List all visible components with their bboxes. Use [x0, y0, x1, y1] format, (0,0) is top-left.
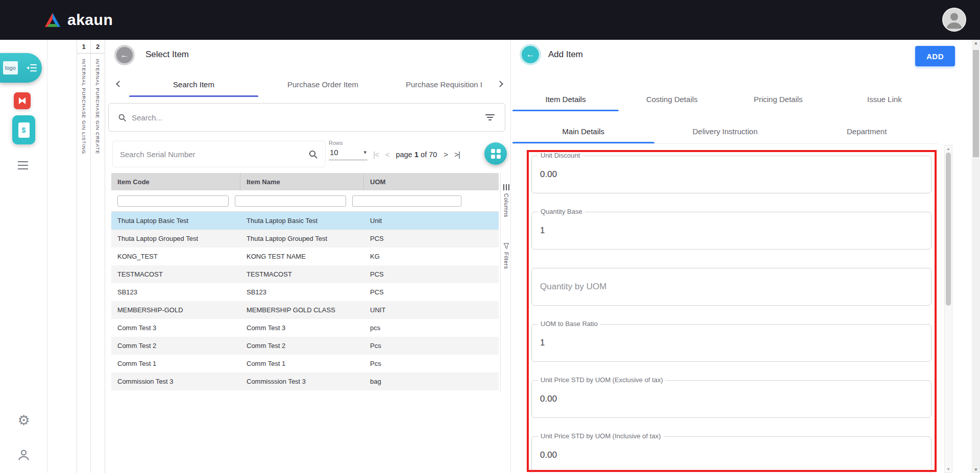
grid-icon	[491, 149, 501, 159]
invoice-app-icon[interactable]: $	[12, 115, 35, 144]
field-label: UOM to Base Ratio	[538, 320, 600, 328]
cell-item-name: Comm Test 3	[240, 319, 364, 337]
cell-item-code: Comm Test 2	[111, 337, 240, 355]
red-app-glyph	[17, 96, 27, 106]
search-input[interactable]	[132, 113, 485, 122]
field-label: Unit Discount	[538, 152, 582, 159]
workspace-tab-number: 2	[91, 40, 105, 54]
cell-item-name: KONG TEST NAME	[240, 247, 364, 265]
field-label: Quantity Base	[538, 208, 585, 215]
profile-icon[interactable]	[0, 448, 47, 464]
field-value: 0.00	[540, 450, 557, 460]
scroll-down-icon[interactable]: ▼	[972, 467, 980, 472]
column-header-item-code[interactable]: Item Code	[111, 173, 240, 190]
table-row[interactable]: Comm Test 3 Comm Test 3 pcs	[111, 319, 499, 337]
main-details-form: Unit Discount 0.00 Quantity Base 1 Quant…	[511, 40, 972, 473]
column-header-item-name[interactable]: Item Name	[240, 173, 364, 190]
field-value: 1	[540, 338, 545, 348]
table-row[interactable]: SB123 SB123 PCS	[111, 283, 499, 301]
filter-input-item-code[interactable]	[117, 195, 229, 207]
item-source-tab[interactable]: Search Item	[129, 71, 258, 97]
panel-title: Select Item	[145, 49, 189, 60]
table-row[interactable]: Comm Test 2 Comm Test 2 Pcs	[111, 337, 499, 355]
cell-item-name: MEMBERSHIP GOLD CLASS	[240, 301, 364, 319]
last-page-button[interactable]: >|	[454, 150, 460, 159]
cell-uom: PCS	[364, 230, 499, 247]
filter-input-uom[interactable]	[352, 195, 461, 207]
serial-number-search-box	[112, 141, 326, 167]
tabs-scroll-left-icon[interactable]	[116, 81, 122, 87]
table-row[interactable]: Thuta Laptop Basic Test Thuta Laptop Bas…	[111, 212, 499, 230]
rows-per-page-select[interactable]: Rows 10 ▾	[329, 140, 368, 160]
item-source-tab[interactable]: Purchase Order Item	[258, 71, 387, 97]
sidebar-logo-pill[interactable]: logo	[0, 53, 42, 83]
tab-label: Purchase Requisition I	[406, 80, 482, 89]
red-app-icon[interactable]	[14, 92, 31, 109]
pagination: |< < page 1 of 70 > >|	[373, 145, 460, 163]
form-field[interactable]: Unit Price STD by UOM (Inclusive of tax)…	[531, 436, 932, 473]
form-field[interactable]: UOM to Base Ratio 1	[531, 324, 932, 362]
next-page-button[interactable]: >	[444, 150, 448, 159]
cell-item-code: Comm Test 1	[111, 355, 240, 372]
table-row[interactable]: Comm Test 1 Comm Test 1 Pcs	[111, 355, 499, 372]
settings-gear-icon[interactable]: ⚙	[0, 412, 47, 429]
columns-icon	[503, 184, 509, 190]
item-source-tab[interactable]: Purchase Requisition I	[387, 71, 501, 97]
cell-item-code: SB123	[111, 283, 240, 301]
cell-uom: Pcs	[364, 355, 499, 372]
table-row[interactable]: TESTMACOST TESTMACOST PCS	[111, 265, 499, 283]
grid-view-button[interactable]	[484, 142, 507, 165]
table-header: Item Code Item Name UOM	[111, 173, 499, 190]
table-body: Thuta Laptop Basic Test Thuta Laptop Bas…	[111, 212, 499, 390]
cell-item-code: Thuta Laptop Basic Test	[111, 212, 240, 230]
table-row[interactable]: Commission Test 3 Commisssion Test 3 bag	[111, 372, 499, 390]
brand-logo: akaun	[43, 0, 113, 40]
cell-item-code: MEMBERSHIP-GOLD	[111, 301, 240, 319]
form-field[interactable]: Quantity Base 1	[531, 212, 932, 250]
filter-input-item-name[interactable]	[235, 195, 346, 207]
first-page-button[interactable]: |<	[373, 150, 379, 159]
panel-scrollbar[interactable]: ▲ ▼	[944, 145, 952, 473]
table-row[interactable]: KONG_TEST KONG TEST NAME KG	[111, 247, 499, 265]
scroll-up-icon[interactable]: ▲	[972, 41, 980, 45]
user-avatar[interactable]	[942, 8, 966, 32]
cell-uom: PCS	[364, 283, 499, 301]
columns-tool-button[interactable]: Columns	[501, 184, 511, 217]
field-label: Unit Price STD by UOM (Exclusive of tax)	[538, 376, 666, 384]
workspace-tab[interactable]: 1 INTERNAL PURCHASE GIN LISTING	[77, 40, 91, 473]
workspace-tab[interactable]: 2 INTERNAL PURCHASE GIN CREATE	[91, 40, 105, 473]
prev-page-button[interactable]: <	[385, 150, 389, 159]
table-row[interactable]: Thuta Laptop Grouped Test Thuta Laptop G…	[111, 230, 499, 247]
serial-number-input[interactable]	[113, 141, 297, 167]
cell-item-name: TESTMACOST	[240, 265, 364, 283]
scrollbar-thumb[interactable]	[973, 50, 979, 157]
filter-icon[interactable]	[485, 114, 495, 120]
column-header-uom[interactable]: UOM	[364, 173, 499, 190]
form-field[interactable]: Quantity by UOM	[531, 268, 932, 306]
cell-uom: pcs	[364, 319, 499, 337]
list-icon[interactable]	[18, 161, 29, 170]
search-icon	[118, 113, 127, 122]
sidebar: logo $ ⚙	[0, 40, 47, 473]
page-indicator: page 1 of 70	[396, 150, 437, 159]
cell-item-name: Comm Test 1	[240, 355, 364, 372]
table-filter-row	[111, 190, 499, 212]
select-item-panel: ← Select Item Search Item Purchase Order…	[106, 40, 511, 473]
items-table: Item Code Item Name UOM Thuta Laptop Bas…	[111, 173, 499, 390]
menu-icon	[27, 64, 37, 71]
form-field[interactable]: Unit Discount 0.00	[531, 156, 932, 193]
scroll-up-icon[interactable]: ▲	[945, 147, 952, 151]
brand-name: akaun	[67, 11, 113, 29]
browser-scrollbar[interactable]: ▲ ▼	[972, 40, 980, 473]
tab-label: Purchase Order Item	[287, 80, 358, 89]
scrollbar-thumb[interactable]	[946, 153, 951, 306]
serial-search-icon[interactable]	[308, 150, 318, 161]
back-button[interactable]: ←	[114, 45, 135, 65]
table-row[interactable]: MEMBERSHIP-GOLD MEMBERSHIP GOLD CLASS UN…	[111, 301, 499, 319]
cell-uom: KG	[364, 247, 499, 265]
form-field[interactable]: Unit Price STD by UOM (Exclusive of tax)…	[531, 380, 932, 418]
cell-uom: Unit	[364, 212, 499, 230]
scroll-down-icon[interactable]: ▼	[945, 467, 952, 471]
item-source-tabs: Search Item Purchase Order Item Purchase…	[106, 71, 511, 97]
filters-tool-button[interactable]: Filters	[501, 243, 511, 269]
